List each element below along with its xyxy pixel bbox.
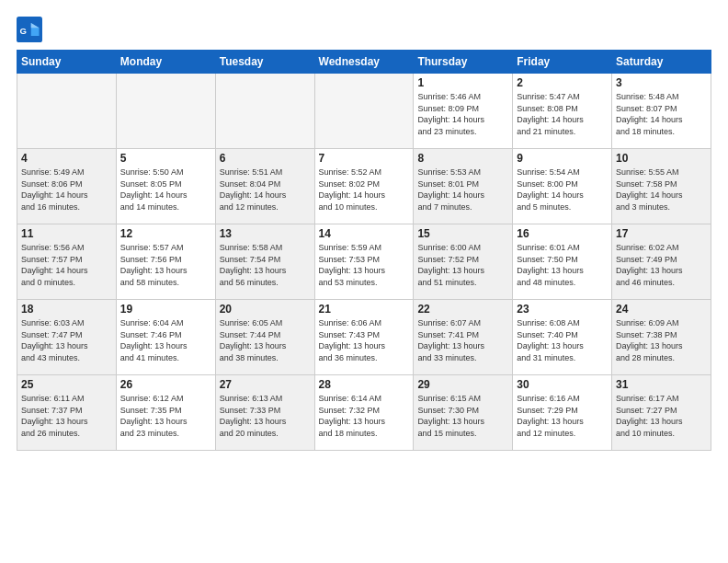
day-info: Sunrise: 6:07 AM Sunset: 7:41 PM Dayligh… [417,317,508,363]
day-info: Sunrise: 6:15 AM Sunset: 7:30 PM Dayligh… [417,393,508,439]
calendar-week-1: 1Sunrise: 5:46 AM Sunset: 8:09 PM Daylig… [17,74,711,149]
calendar-cell: 14Sunrise: 5:59 AM Sunset: 7:53 PM Dayli… [314,224,414,300]
day-info: Sunrise: 5:52 AM Sunset: 8:02 PM Dayligh… [319,167,410,213]
day-info: Sunrise: 5:51 AM Sunset: 8:04 PM Dayligh… [220,167,311,213]
day-number: 23 [517,303,608,316]
day-number: 31 [616,378,707,391]
day-info: Sunrise: 5:57 AM Sunset: 7:56 PM Dayligh… [120,242,211,288]
day-info: Sunrise: 6:00 AM Sunset: 7:52 PM Dayligh… [417,242,508,288]
day-info: Sunrise: 5:58 AM Sunset: 7:54 PM Dayligh… [220,242,311,288]
day-number: 28 [319,378,410,391]
weekday-header-tuesday: Tuesday [215,51,314,74]
calendar-cell: 17Sunrise: 6:02 AM Sunset: 7:49 PM Dayli… [612,224,711,300]
calendar-cell: 29Sunrise: 6:15 AM Sunset: 7:30 PM Dayli… [414,375,513,451]
calendar-cell [215,74,314,149]
day-info: Sunrise: 5:55 AM Sunset: 7:58 PM Dayligh… [616,167,707,213]
svg-text:G: G [20,26,27,36]
calendar-cell: 25Sunrise: 6:11 AM Sunset: 7:37 PM Dayli… [17,375,117,451]
weekday-header-friday: Friday [513,51,612,74]
calendar-week-4: 18Sunrise: 6:03 AM Sunset: 7:47 PM Dayli… [17,300,711,375]
day-info: Sunrise: 6:09 AM Sunset: 7:38 PM Dayligh… [616,317,707,363]
calendar-cell: 22Sunrise: 6:07 AM Sunset: 7:41 PM Dayli… [414,300,513,375]
day-number: 24 [616,303,707,316]
day-number: 5 [120,152,211,165]
calendar-table: SundayMondayTuesdayWednesdayThursdayFrid… [17,50,711,451]
calendar-week-5: 25Sunrise: 6:11 AM Sunset: 7:37 PM Dayli… [17,375,711,451]
calendar-cell: 8Sunrise: 5:53 AM Sunset: 8:01 PM Daylig… [414,149,513,224]
day-info: Sunrise: 6:04 AM Sunset: 7:46 PM Dayligh… [120,317,211,363]
weekday-header-saturday: Saturday [612,51,711,74]
calendar-cell: 10Sunrise: 5:55 AM Sunset: 7:58 PM Dayli… [612,149,711,224]
calendar-cell: 5Sunrise: 5:50 AM Sunset: 8:05 PM Daylig… [116,149,215,224]
day-info: Sunrise: 5:59 AM Sunset: 7:53 PM Dayligh… [319,242,410,288]
day-number: 30 [517,378,608,391]
logo-icon: G [17,17,42,42]
day-number: 4 [21,152,112,165]
day-info: Sunrise: 6:02 AM Sunset: 7:49 PM Dayligh… [616,242,707,288]
weekday-header-row: SundayMondayTuesdayWednesdayThursdayFrid… [17,51,711,74]
calendar-cell: 9Sunrise: 5:54 AM Sunset: 8:00 PM Daylig… [513,149,612,224]
day-info: Sunrise: 5:47 AM Sunset: 8:08 PM Dayligh… [517,91,608,137]
day-number: 10 [616,152,707,165]
day-info: Sunrise: 6:16 AM Sunset: 7:29 PM Dayligh… [517,393,608,439]
day-number: 12 [120,227,211,240]
day-number: 29 [417,378,508,391]
day-number: 11 [21,227,112,240]
calendar-cell: 19Sunrise: 6:04 AM Sunset: 7:46 PM Dayli… [116,300,215,375]
calendar-cell: 13Sunrise: 5:58 AM Sunset: 7:54 PM Dayli… [215,224,314,300]
day-number: 20 [220,303,311,316]
day-number: 25 [21,378,112,391]
calendar-cell: 26Sunrise: 6:12 AM Sunset: 7:35 PM Dayli… [116,375,215,451]
weekday-header-monday: Monday [116,51,215,74]
day-number: 22 [417,303,508,316]
calendar-cell [314,74,414,149]
day-number: 21 [319,303,410,316]
day-number: 6 [220,152,311,165]
day-info: Sunrise: 5:46 AM Sunset: 8:09 PM Dayligh… [417,91,508,137]
day-number: 18 [21,303,112,316]
day-number: 8 [417,152,508,165]
calendar-cell: 28Sunrise: 6:14 AM Sunset: 7:32 PM Dayli… [314,375,414,451]
calendar-cell: 16Sunrise: 6:01 AM Sunset: 7:50 PM Dayli… [513,224,612,300]
day-info: Sunrise: 5:54 AM Sunset: 8:00 PM Dayligh… [517,167,608,213]
day-info: Sunrise: 5:56 AM Sunset: 7:57 PM Dayligh… [21,242,112,288]
day-number: 19 [120,303,211,316]
header: G [17,17,711,42]
day-info: Sunrise: 6:01 AM Sunset: 7:50 PM Dayligh… [517,242,608,288]
day-info: Sunrise: 6:13 AM Sunset: 7:33 PM Dayligh… [220,393,311,439]
day-info: Sunrise: 6:14 AM Sunset: 7:32 PM Dayligh… [319,393,410,439]
calendar-week-3: 11Sunrise: 5:56 AM Sunset: 7:57 PM Dayli… [17,224,711,300]
calendar-cell: 31Sunrise: 6:17 AM Sunset: 7:27 PM Dayli… [612,375,711,451]
day-number: 9 [517,152,608,165]
day-number: 15 [417,227,508,240]
day-info: Sunrise: 5:53 AM Sunset: 8:01 PM Dayligh… [417,167,508,213]
day-info: Sunrise: 6:03 AM Sunset: 7:47 PM Dayligh… [21,317,112,363]
weekday-header-sunday: Sunday [17,51,117,74]
calendar-cell: 4Sunrise: 5:49 AM Sunset: 8:06 PM Daylig… [17,149,117,224]
calendar-cell: 3Sunrise: 5:48 AM Sunset: 8:07 PM Daylig… [612,74,711,149]
calendar-cell [116,74,215,149]
day-number: 1 [417,76,508,89]
calendar-cell: 15Sunrise: 6:00 AM Sunset: 7:52 PM Dayli… [414,224,513,300]
day-info: Sunrise: 5:50 AM Sunset: 8:05 PM Dayligh… [120,167,211,213]
day-info: Sunrise: 6:11 AM Sunset: 7:37 PM Dayligh… [21,393,112,439]
day-number: 27 [220,378,311,391]
day-info: Sunrise: 6:17 AM Sunset: 7:27 PM Dayligh… [616,393,707,439]
day-info: Sunrise: 6:05 AM Sunset: 7:44 PM Dayligh… [220,317,311,363]
calendar-cell: 24Sunrise: 6:09 AM Sunset: 7:38 PM Dayli… [612,300,711,375]
day-number: 3 [616,76,707,89]
calendar-cell [17,74,117,149]
day-number: 17 [616,227,707,240]
calendar-week-2: 4Sunrise: 5:49 AM Sunset: 8:06 PM Daylig… [17,149,711,224]
day-number: 13 [220,227,311,240]
calendar-cell: 20Sunrise: 6:05 AM Sunset: 7:44 PM Dayli… [215,300,314,375]
weekday-header-wednesday: Wednesday [314,51,414,74]
day-number: 14 [319,227,410,240]
weekday-header-thursday: Thursday [414,51,513,74]
day-number: 2 [517,76,608,89]
calendar-cell: 30Sunrise: 6:16 AM Sunset: 7:29 PM Dayli… [513,375,612,451]
day-info: Sunrise: 5:49 AM Sunset: 8:06 PM Dayligh… [21,167,112,213]
calendar-cell: 12Sunrise: 5:57 AM Sunset: 7:56 PM Dayli… [116,224,215,300]
calendar-cell: 6Sunrise: 5:51 AM Sunset: 8:04 PM Daylig… [215,149,314,224]
calendar-cell: 27Sunrise: 6:13 AM Sunset: 7:33 PM Dayli… [215,375,314,451]
